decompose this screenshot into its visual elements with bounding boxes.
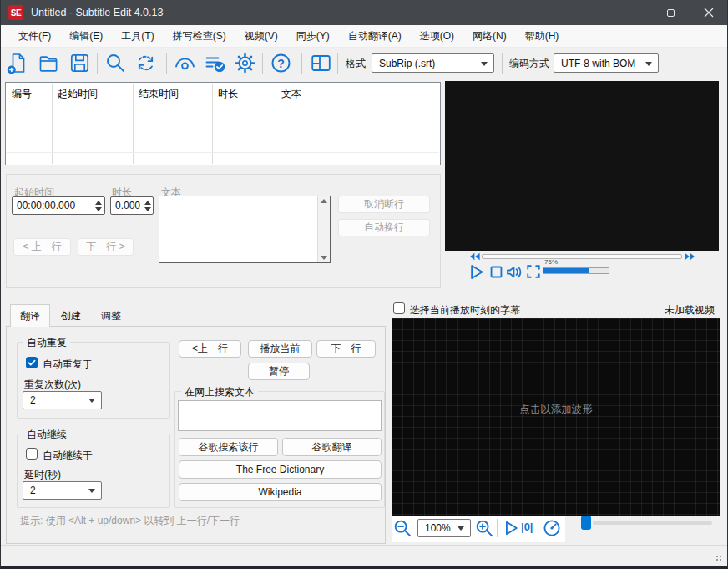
seek-forward-button[interactable]: [685, 252, 695, 261]
waveform-play-button[interactable]: [502, 519, 520, 537]
next-line-button[interactable]: 下一行: [316, 340, 376, 358]
scrollbar[interactable]: [317, 196, 330, 262]
toolbar-separator: [97, 53, 98, 74]
position-slider-handle[interactable]: [581, 516, 591, 530]
row-divider: [7, 135, 439, 135]
volume-slider[interactable]: [543, 267, 609, 274]
maximize-button[interactable]: [652, 0, 690, 25]
spin-up-icon: [95, 201, 102, 205]
status-bar: [1, 545, 727, 566]
find-button[interactable]: [104, 52, 127, 74]
waveform-zoom-out-button[interactable]: [393, 519, 412, 538]
start-time-input-wrap: [12, 196, 105, 215]
new-file-button[interactable]: [6, 52, 28, 74]
menu-network[interactable]: 网络(N): [463, 25, 516, 47]
format-value: SubRip (.srt): [379, 58, 435, 69]
format-label: 格式: [346, 57, 366, 71]
play-button[interactable]: [467, 262, 486, 282]
visual-sync-button[interactable]: [174, 52, 196, 74]
open-folder-icon: [38, 52, 60, 74]
editor-next-line-button[interactable]: 下一行 >: [78, 238, 134, 256]
wikipedia-button[interactable]: Wikipedia: [179, 483, 382, 501]
reset-position-button[interactable]: |0|: [521, 521, 533, 533]
help-button[interactable]: ?: [270, 52, 292, 74]
check-icon: [27, 358, 37, 368]
google-translate-button[interactable]: 谷歌翻译: [282, 438, 382, 456]
layout-button[interactable]: [310, 52, 332, 74]
duration-input-wrap: [110, 196, 154, 215]
video-display[interactable]: [445, 81, 719, 251]
close-icon: [704, 8, 714, 18]
unbreak-button[interactable]: 取消断行: [338, 196, 430, 213]
waveform-area[interactable]: 点击以添加波形: [392, 318, 720, 516]
waveform-zoom-select[interactable]: 100%: [417, 519, 471, 537]
column-start-time[interactable]: 起始时间: [52, 83, 133, 104]
menu-edit[interactable]: 编辑(E): [60, 25, 112, 47]
menu-tools[interactable]: 工具(T): [112, 25, 163, 47]
mute-button[interactable]: [505, 262, 525, 282]
delay-select[interactable]: 2: [23, 481, 102, 500]
column-text[interactable]: 文本: [276, 83, 434, 104]
menu-video[interactable]: 视频(V): [235, 25, 287, 47]
google-search-button[interactable]: 谷歌搜索该行: [179, 438, 278, 456]
menu-sync[interactable]: 同步(Y): [287, 25, 339, 47]
position-slider-track[interactable]: [593, 521, 712, 525]
rewind-icon: [469, 252, 480, 261]
help-glyph: ?: [270, 52, 292, 74]
resize-grip[interactable]: [715, 555, 723, 562]
video-seek-bar[interactable]: [482, 254, 682, 259]
repeat-count-select[interactable]: 2: [23, 391, 102, 409]
chevron-down-icon: [645, 62, 652, 66]
window-title: Untitled - Subtitle Edit 4.0.13: [31, 7, 163, 18]
web-search-input[interactable]: [178, 400, 382, 431]
web-search-group: 在网上搜索文本 谷歌搜索该行 谷歌翻译 The Free Dictionary …: [174, 391, 385, 508]
toolbar-separator: [502, 53, 503, 74]
menu-autotranslate[interactable]: 自动翻译(A): [339, 25, 411, 47]
minimize-button[interactable]: [614, 0, 652, 25]
fullscreen-button[interactable]: [526, 264, 541, 279]
column-number[interactable]: 编号: [6, 83, 52, 104]
app-window: SE Untitled - Subtitle Edit 4.0.13 文件(F)…: [0, 0, 728, 569]
waveform-zoom-in-button[interactable]: [475, 519, 494, 538]
autobreak-button[interactable]: 自动换行: [338, 219, 430, 236]
menu-help[interactable]: 帮助(H): [516, 25, 569, 47]
column-end-time[interactable]: 结束时间: [133, 83, 212, 104]
tab-adjust[interactable]: 调整: [91, 307, 131, 326]
playback-speed-button[interactable]: [542, 518, 562, 538]
replace-button[interactable]: [134, 52, 157, 74]
menu-options[interactable]: 选项(O): [411, 25, 463, 47]
start-time-stepper[interactable]: [93, 197, 104, 214]
show-current-subtitle-checkbox[interactable]: [393, 302, 405, 314]
volume-icon: [505, 262, 525, 282]
subtitle-list[interactable]: 编号 起始时间 结束时间 时长 文本: [5, 82, 441, 165]
stop-button[interactable]: [489, 265, 503, 279]
seek-back-button[interactable]: [469, 252, 480, 261]
settings-button[interactable]: [234, 52, 256, 74]
spell-check-button[interactable]: [204, 52, 226, 74]
column-duration[interactable]: 时长: [212, 83, 276, 104]
replace-icon: [134, 52, 157, 74]
duration-input[interactable]: [111, 199, 143, 212]
prev-line-button[interactable]: <上一行: [179, 340, 241, 358]
duration-stepper[interactable]: [143, 197, 153, 214]
format-select[interactable]: SubRip (.srt): [372, 53, 494, 73]
auto-repeat-checkbox[interactable]: [26, 357, 38, 368]
tab-translate[interactable]: 翻译: [10, 304, 50, 327]
start-time-input[interactable]: [13, 199, 93, 212]
close-button[interactable]: [690, 0, 727, 25]
web-search-group-label: 在网上搜索文本: [181, 385, 258, 399]
editor-prev-line-button[interactable]: < 上一行: [13, 238, 71, 256]
menu-spellcheck[interactable]: 拼写检查(S): [164, 25, 235, 47]
auto-continue-checkbox[interactable]: [26, 448, 38, 460]
pause-button[interactable]: 暂停: [248, 363, 310, 380]
auto-repeat-checkbox-label: 自动重复于: [43, 358, 93, 372]
menu-file[interactable]: 文件(F): [9, 25, 60, 47]
play-current-button[interactable]: 播放当前: [248, 340, 312, 358]
subtitle-text-area[interactable]: [159, 196, 331, 263]
spell-check-icon: [204, 52, 226, 74]
tab-create[interactable]: 创建: [51, 307, 91, 326]
free-dictionary-button[interactable]: The Free Dictionary: [179, 460, 382, 479]
open-file-button[interactable]: [38, 52, 60, 74]
encoding-select[interactable]: UTF-8 with BOM: [554, 53, 659, 73]
save-file-button[interactable]: [68, 52, 91, 74]
